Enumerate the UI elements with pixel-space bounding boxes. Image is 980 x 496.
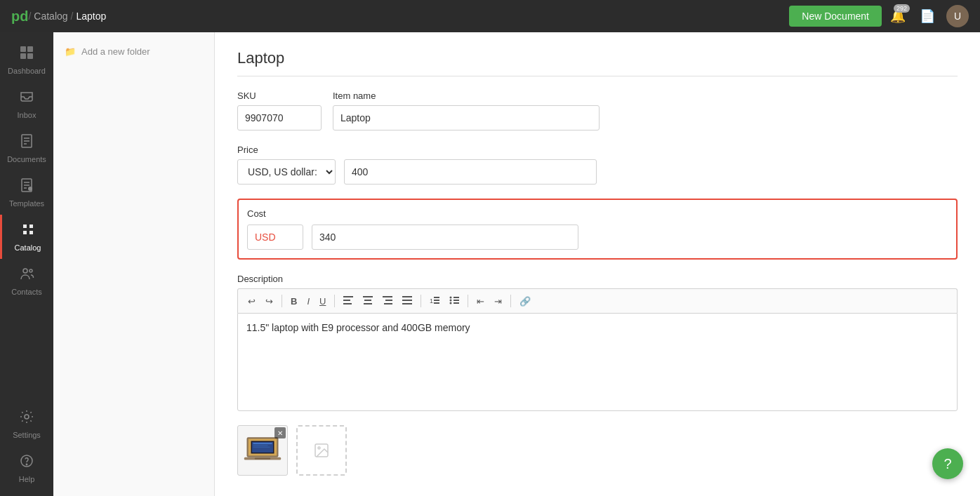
svg-rect-26 — [384, 303, 392, 304]
toolbar-sep-4 — [468, 295, 468, 307]
sidebar-label-documents: Documents — [7, 155, 46, 163]
toolbar-sep-1 — [282, 295, 282, 307]
image-placeholder-1[interactable] — [296, 425, 347, 476]
logo-area: pd — [11, 8, 28, 25]
redo-button[interactable]: ↪ — [261, 294, 277, 309]
outdent-button[interactable]: ⇤ — [472, 294, 489, 309]
documents-icon — [19, 133, 34, 152]
cost-row — [247, 224, 948, 250]
sku-input[interactable] — [237, 105, 322, 130]
breadcrumb: / Catalog / Laptop — [28, 11, 106, 22]
svg-rect-2 — [20, 53, 26, 59]
svg-point-13 — [23, 269, 27, 273]
svg-rect-19 — [343, 300, 350, 301]
cost-currency-input[interactable] — [247, 224, 303, 250]
svg-rect-31 — [434, 297, 439, 298]
docs-icon-button[interactable]: 📄 — [914, 6, 941, 27]
sidebar-item-catalog[interactable]: Catalog — [0, 215, 53, 259]
sidebar-label-help: Help — [19, 475, 35, 483]
breadcrumb-laptop: Laptop — [76, 11, 106, 22]
description-label: Description — [237, 274, 958, 284]
svg-rect-32 — [434, 300, 439, 301]
contacts-icon — [19, 266, 34, 285]
dashboard-icon — [19, 45, 34, 64]
indent-button[interactable]: ⇥ — [490, 294, 506, 309]
svg-rect-22 — [364, 300, 371, 301]
align-left-button[interactable] — [339, 293, 357, 309]
cost-value-input[interactable] — [312, 224, 578, 250]
align-right-button[interactable] — [378, 293, 397, 309]
sidebar-item-contacts[interactable]: Contacts — [0, 259, 53, 303]
description-section: Description ↩ ↪ B I U — [237, 274, 958, 411]
link-button[interactable]: 🔗 — [515, 294, 535, 309]
inbox-icon — [19, 89, 34, 108]
bold-button[interactable]: B — [286, 294, 301, 309]
main-layout: Dashboard Inbox Documents — [0, 32, 980, 496]
sidebar-item-dashboard[interactable]: Dashboard — [0, 38, 53, 82]
justify-button[interactable] — [398, 293, 416, 309]
underline-button[interactable]: U — [315, 294, 330, 309]
add-folder-label: Add a new folder — [81, 46, 150, 57]
align-center-button[interactable] — [359, 293, 377, 309]
price-value-input[interactable] — [344, 159, 597, 185]
svg-rect-23 — [364, 303, 372, 304]
price-row: USD, US dollar: EUR, Euro: GBP, British … — [237, 159, 602, 185]
settings-icon — [19, 409, 34, 428]
svg-rect-21 — [363, 296, 373, 297]
help-fab-button[interactable]: ? — [932, 448, 963, 479]
help-icon — [19, 453, 34, 472]
sidebar: Dashboard Inbox Documents — [0, 32, 53, 496]
svg-rect-48 — [253, 447, 270, 448]
svg-rect-29 — [402, 303, 412, 304]
item-name-input[interactable] — [333, 105, 600, 130]
cost-section: Cost — [237, 199, 958, 260]
add-folder-button[interactable]: 📁 Add a new folder — [53, 41, 214, 62]
svg-rect-33 — [434, 302, 439, 304]
image-thumb-1[interactable]: ✕ — [237, 425, 288, 476]
notifications-button[interactable]: 🔔 292 — [887, 6, 908, 27]
unordered-list-button[interactable] — [445, 293, 463, 309]
svg-rect-3 — [27, 53, 33, 59]
add-folder-icon: 📁 — [65, 46, 76, 57]
price-currency-select[interactable]: USD, US dollar: EUR, Euro: GBP, British … — [237, 159, 336, 185]
editor-toolbar: ↩ ↪ B I U — [237, 288, 958, 313]
svg-point-34 — [450, 297, 452, 299]
svg-rect-1 — [27, 46, 33, 52]
svg-point-17 — [26, 464, 27, 464]
italic-button[interactable]: I — [303, 294, 314, 309]
avatar[interactable]: U — [946, 5, 969, 27]
price-group: Price USD, US dollar: EUR, Euro: GBP, Br… — [237, 145, 602, 185]
item-name-group: Item name — [333, 91, 614, 130]
sidebar-label-contacts: Contacts — [11, 288, 41, 296]
ordered-list-button[interactable]: 1. — [425, 293, 444, 309]
app-header: pd / Catalog / Laptop New Document 🔔 292… — [0, 0, 980, 32]
svg-rect-24 — [383, 296, 392, 297]
sidebar-label-dashboard: Dashboard — [8, 67, 46, 75]
sku-group: SKU — [237, 91, 322, 130]
sidebar-label-settings: Settings — [13, 431, 41, 439]
svg-point-50 — [318, 447, 320, 449]
sidebar-item-help[interactable]: Help — [0, 446, 53, 490]
undo-button[interactable]: ↩ — [244, 294, 260, 309]
svg-rect-38 — [453, 300, 459, 301]
toolbar-sep-3 — [421, 295, 421, 307]
sidebar-item-inbox[interactable]: Inbox — [0, 82, 53, 126]
svg-rect-46 — [253, 443, 272, 445]
image-delete-button[interactable]: ✕ — [274, 427, 286, 438]
price-label: Price — [237, 145, 602, 155]
svg-rect-39 — [453, 302, 459, 304]
svg-rect-37 — [453, 297, 459, 298]
sidebar-item-settings[interactable]: Settings — [0, 402, 53, 446]
sidebar-item-documents[interactable]: Documents — [0, 126, 53, 170]
svg-point-36 — [450, 302, 452, 304]
svg-rect-27 — [402, 296, 412, 297]
sidebar-item-templates[interactable]: Templates — [0, 170, 53, 215]
svg-point-14 — [29, 269, 32, 272]
svg-rect-44 — [255, 458, 271, 460]
breadcrumb-sep-1: / — [28, 11, 31, 22]
description-editor[interactable]: 11.5" laptop with E9 processor and 400GB… — [237, 313, 958, 411]
breadcrumb-catalog[interactable]: Catalog — [34, 11, 67, 22]
notification-badge: 292 — [894, 4, 910, 13]
main-content: Laptop SKU Item name Price USD, US dolla… — [215, 32, 980, 496]
new-document-button[interactable]: New Document — [789, 6, 882, 27]
